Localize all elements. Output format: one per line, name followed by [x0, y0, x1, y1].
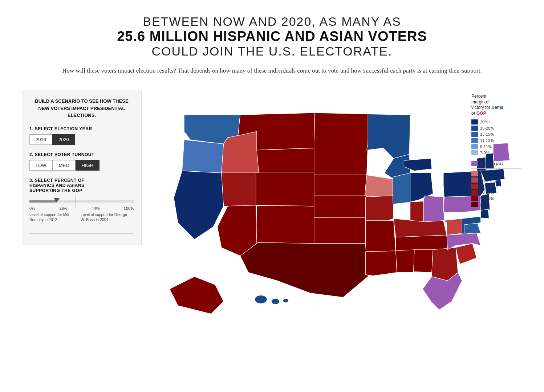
state-hi-main [255, 295, 267, 304]
legend-gop-label: GOP [476, 111, 486, 116]
legend-dems-7-9: 7-9% [471, 150, 522, 155]
states-in-play-swatch [471, 161, 478, 166]
slider-section: 0% 26% 44% 100% Level of support for Mit… [29, 200, 134, 222]
dems-9-11-swatch [471, 144, 478, 149]
year-button-group: 2016 2020 [29, 134, 134, 145]
state-in [410, 201, 425, 224]
turnout-button-group: LOW MED HIGH [29, 160, 134, 171]
state-nd [314, 113, 369, 144]
state-la [365, 251, 397, 276]
section3-label: 3. SELECT PERCENT OFHISPANICS AND ASIANS… [29, 178, 134, 193]
legend: Percentmargin ofvictory for Demsor GOP 2… [471, 94, 522, 207]
turnout-low-button[interactable]: LOW [29, 160, 53, 171]
state-ia [365, 175, 394, 197]
section1-label: 1. SELECT ELECTION YEAR [29, 126, 134, 131]
legend-gop-11-13: 11-13% [471, 184, 522, 189]
legend-items: 20%+ 15-20% 13-15% 11-13% [471, 119, 522, 207]
alaska-group [170, 277, 223, 314]
us-map [149, 90, 522, 330]
gop-13-15-label: 13-15% [480, 190, 494, 195]
map-area: Percentmargin ofvictory for Demsor GOP 2… [149, 90, 522, 332]
legend-dems-15-20: 15-20% [471, 126, 522, 131]
slider-annotations: Level of support for Mitt Romney in 2012… [29, 212, 134, 222]
state-il [393, 173, 413, 219]
dems-15-20-label: 15-20% [480, 126, 494, 130]
state-tx [240, 243, 368, 298]
slider-label-0: 0% [29, 206, 35, 211]
legend-gop-9-11: 9-11% [471, 177, 522, 183]
state-ky [394, 219, 447, 237]
state-sd [314, 144, 368, 175]
panel-divider [29, 233, 134, 234]
legend-gop-7-9: 7-9% [471, 171, 522, 176]
state-hi-3 [283, 299, 289, 303]
slider-fill [29, 200, 57, 203]
legend-or-text: or [471, 111, 476, 116]
gop-15-20-label: 15-20% [480, 196, 494, 201]
dems-13-15-swatch [471, 132, 478, 137]
state-wv [443, 219, 464, 235]
slider-container[interactable] [29, 200, 134, 203]
gop-7-9-swatch [471, 171, 478, 176]
gop-20plus-label: 20%+ [480, 203, 490, 207]
state-mo [365, 196, 394, 222]
legend-title: Percentmargin ofvictory for Demsor GOP [471, 94, 522, 116]
header-line3: COULD JOIN THE U.S. ELECTORATE. [22, 44, 522, 58]
legend-gop-15-20: 15-20% [471, 196, 522, 201]
state-ut [256, 173, 314, 206]
turnout-med-button[interactable]: MED [53, 160, 76, 171]
slider-handle[interactable] [54, 198, 60, 203]
turnout-high-button[interactable]: HIGH [76, 160, 100, 171]
state-ca [174, 171, 224, 239]
state-ne [314, 175, 367, 197]
state-nv [222, 173, 257, 206]
legend-states-in-play: states in play [471, 161, 522, 166]
slider-track [29, 200, 134, 203]
state-hi-2 [271, 299, 280, 305]
state-or [182, 140, 223, 173]
gop-13-15-swatch [471, 190, 478, 195]
legend-dems-9-11: 9-11% [471, 144, 522, 149]
header-line2: 25.6 MILLION HISPANIC AND ASIAN VOTERS [22, 29, 522, 44]
dems-20plus-label: 20%+ [480, 120, 490, 124]
state-oh [423, 196, 444, 222]
legend-divider2 [471, 168, 522, 169]
state-ar [365, 221, 395, 252]
state-wy [257, 148, 314, 175]
hawaii-group [255, 295, 289, 305]
annotation-bush: Level of support for George W. Bush in 2… [79, 212, 131, 222]
legend-dems-11-13: 11-13% [471, 138, 522, 143]
year-2016-button[interactable]: 2016 [29, 134, 52, 145]
header-subtitle: How will these voters impact election re… [22, 66, 522, 75]
legend-dems-13-15: 13-15% [471, 132, 522, 137]
slider-labels: 0% 26% 44% 100% [29, 206, 134, 211]
header-line1: BETWEEN NOW AND 2020, AS MANY AS [22, 15, 522, 29]
state-ak [170, 277, 223, 314]
state-al [414, 250, 433, 273]
panel-title: BUILD A SCENARIO TO SEE HOW THESE NEW VO… [29, 98, 134, 119]
section2-label: 2. SELECT VOTER TURNOUT [29, 152, 134, 157]
state-tn [396, 235, 448, 251]
gop-9-11-swatch [471, 177, 478, 183]
gop-9-11-label: 9-11% [480, 178, 492, 182]
header: BETWEEN NOW AND 2020, AS MANY AS 25.6 MI… [22, 15, 522, 75]
year-2020-button[interactable]: 2020 [52, 134, 75, 145]
state-nm [256, 205, 314, 244]
slider-label-44: 44% [92, 206, 100, 211]
state-ks [314, 196, 367, 219]
dems-11-13-label: 11-13% [480, 138, 494, 143]
gop-15-20-swatch [471, 196, 478, 201]
dems-9-11-label: 9-11% [480, 144, 492, 149]
legend-divider [471, 158, 522, 158]
legend-gop-20plus: 20%+ [471, 202, 522, 207]
legend-gop-13-15: 13-15% [471, 190, 522, 195]
state-mn [367, 114, 410, 158]
dems-15-20-swatch [471, 126, 478, 131]
left-panel: BUILD A SCENARIO TO SEE HOW THESE NEW VO… [22, 90, 142, 245]
page-container: BETWEEN NOW AND 2020, AS MANY AS 25.6 MI… [0, 0, 544, 347]
state-ok [314, 218, 366, 244]
dems-7-9-swatch [471, 150, 478, 155]
slider-dashed-marker [76, 195, 76, 207]
slider-label-26: 26% [60, 206, 68, 211]
dems-7-9-label: 7-9% [480, 151, 490, 155]
